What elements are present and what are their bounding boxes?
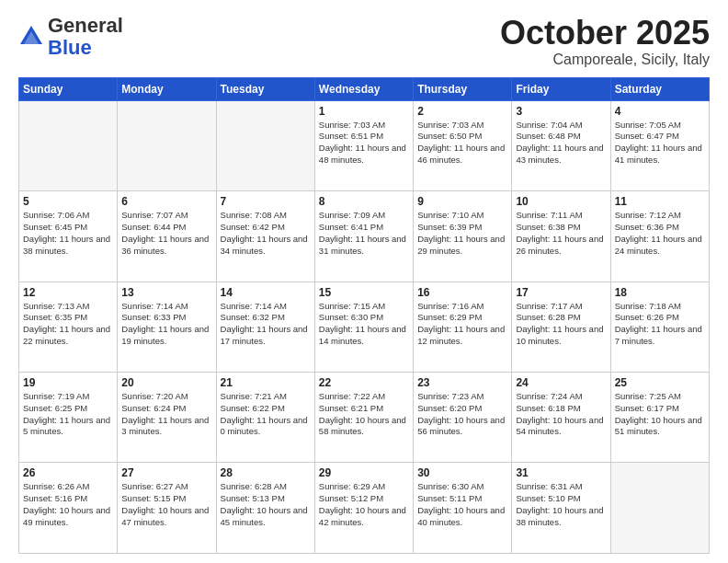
day-number: 28 bbox=[221, 466, 311, 479]
calendar-table: SundayMondayTuesdayWednesdayThursdayFrid… bbox=[18, 77, 710, 554]
day-info: Sunrise: 7:07 AM Sunset: 6:44 PM Dayligh… bbox=[121, 210, 211, 257]
day-cell: 29Sunrise: 6:29 AM Sunset: 5:12 PM Dayli… bbox=[314, 463, 413, 554]
day-info: Sunrise: 7:14 AM Sunset: 6:33 PM Dayligh… bbox=[121, 301, 211, 348]
day-number: 30 bbox=[417, 466, 507, 479]
day-info: Sunrise: 7:10 AM Sunset: 6:39 PM Dayligh… bbox=[417, 210, 507, 257]
day-number: 7 bbox=[221, 195, 311, 208]
day-number: 16 bbox=[417, 286, 507, 299]
day-info: Sunrise: 7:21 AM Sunset: 6:22 PM Dayligh… bbox=[221, 391, 311, 438]
logo-icon bbox=[18, 24, 44, 50]
day-info: Sunrise: 7:15 AM Sunset: 6:30 PM Dayligh… bbox=[319, 301, 409, 348]
day-cell: 28Sunrise: 6:28 AM Sunset: 5:13 PM Dayli… bbox=[216, 463, 314, 554]
day-cell: 31Sunrise: 6:31 AM Sunset: 5:10 PM Dayli… bbox=[512, 463, 610, 554]
day-cell: 6Sunrise: 7:07 AM Sunset: 6:44 PM Daylig… bbox=[118, 191, 216, 282]
day-number: 25 bbox=[615, 376, 705, 389]
week-row-0: 1Sunrise: 7:03 AM Sunset: 6:51 PM Daylig… bbox=[19, 100, 710, 190]
day-cell bbox=[118, 100, 216, 190]
day-number: 3 bbox=[516, 105, 606, 118]
day-cell: 30Sunrise: 6:30 AM Sunset: 5:11 PM Dayli… bbox=[414, 463, 512, 554]
weekday-header-monday: Monday bbox=[118, 77, 216, 100]
day-number: 5 bbox=[23, 195, 113, 208]
day-info: Sunrise: 7:04 AM Sunset: 6:48 PM Dayligh… bbox=[516, 120, 606, 167]
day-number: 27 bbox=[121, 466, 211, 479]
day-number: 6 bbox=[121, 195, 211, 208]
day-info: Sunrise: 7:05 AM Sunset: 6:47 PM Dayligh… bbox=[615, 120, 705, 167]
weekday-header-saturday: Saturday bbox=[610, 77, 709, 100]
logo-blue: Blue bbox=[48, 36, 92, 59]
day-cell: 17Sunrise: 7:17 AM Sunset: 6:28 PM Dayli… bbox=[512, 282, 610, 372]
day-number: 21 bbox=[221, 376, 311, 389]
day-number: 2 bbox=[417, 105, 507, 118]
day-cell: 9Sunrise: 7:10 AM Sunset: 6:39 PM Daylig… bbox=[414, 191, 512, 282]
title-block: October 2025 Camporeale, Sicily, Italy bbox=[500, 15, 710, 68]
day-info: Sunrise: 6:26 AM Sunset: 5:16 PM Dayligh… bbox=[23, 481, 113, 528]
day-cell bbox=[216, 100, 314, 190]
weekday-header-thursday: Thursday bbox=[414, 77, 512, 100]
day-info: Sunrise: 7:13 AM Sunset: 6:35 PM Dayligh… bbox=[23, 301, 113, 348]
week-row-4: 26Sunrise: 6:26 AM Sunset: 5:16 PM Dayli… bbox=[19, 463, 710, 554]
day-info: Sunrise: 7:11 AM Sunset: 6:38 PM Dayligh… bbox=[516, 210, 606, 257]
day-cell: 1Sunrise: 7:03 AM Sunset: 6:51 PM Daylig… bbox=[314, 100, 413, 190]
day-number: 15 bbox=[319, 286, 409, 299]
day-info: Sunrise: 7:03 AM Sunset: 6:51 PM Dayligh… bbox=[319, 120, 409, 167]
day-cell: 26Sunrise: 6:26 AM Sunset: 5:16 PM Dayli… bbox=[19, 463, 118, 554]
day-cell: 16Sunrise: 7:16 AM Sunset: 6:29 PM Dayli… bbox=[414, 282, 512, 372]
day-number: 11 bbox=[615, 195, 705, 208]
day-number: 24 bbox=[516, 376, 606, 389]
day-number: 20 bbox=[121, 376, 211, 389]
location: Camporeale, Sicily, Italy bbox=[500, 52, 710, 68]
day-number: 4 bbox=[615, 105, 705, 118]
logo-general: General bbox=[48, 14, 123, 37]
day-info: Sunrise: 6:29 AM Sunset: 5:12 PM Dayligh… bbox=[319, 481, 409, 528]
day-cell: 27Sunrise: 6:27 AM Sunset: 5:15 PM Dayli… bbox=[118, 463, 216, 554]
day-cell: 22Sunrise: 7:22 AM Sunset: 6:21 PM Dayli… bbox=[314, 373, 413, 463]
day-info: Sunrise: 6:28 AM Sunset: 5:13 PM Dayligh… bbox=[221, 481, 311, 528]
day-cell: 10Sunrise: 7:11 AM Sunset: 6:38 PM Dayli… bbox=[512, 191, 610, 282]
day-info: Sunrise: 7:14 AM Sunset: 6:32 PM Dayligh… bbox=[221, 301, 311, 348]
day-info: Sunrise: 7:12 AM Sunset: 6:36 PM Dayligh… bbox=[615, 210, 705, 257]
weekday-header-tuesday: Tuesday bbox=[216, 77, 314, 100]
logo-text: General Blue bbox=[48, 15, 123, 59]
day-cell: 15Sunrise: 7:15 AM Sunset: 6:30 PM Dayli… bbox=[314, 282, 413, 372]
day-info: Sunrise: 7:24 AM Sunset: 6:18 PM Dayligh… bbox=[516, 391, 606, 438]
weekday-header-wednesday: Wednesday bbox=[314, 77, 413, 100]
day-cell: 2Sunrise: 7:03 AM Sunset: 6:50 PM Daylig… bbox=[414, 100, 512, 190]
day-number: 9 bbox=[417, 195, 507, 208]
day-number: 13 bbox=[121, 286, 211, 299]
day-number: 8 bbox=[319, 195, 409, 208]
day-cell: 19Sunrise: 7:19 AM Sunset: 6:25 PM Dayli… bbox=[19, 373, 118, 463]
day-cell: 21Sunrise: 7:21 AM Sunset: 6:22 PM Dayli… bbox=[216, 373, 314, 463]
header: General Blue October 2025 Camporeale, Si… bbox=[18, 15, 710, 68]
day-info: Sunrise: 7:23 AM Sunset: 6:20 PM Dayligh… bbox=[417, 391, 507, 438]
day-info: Sunrise: 6:27 AM Sunset: 5:15 PM Dayligh… bbox=[121, 481, 211, 528]
day-number: 31 bbox=[516, 466, 606, 479]
day-cell: 7Sunrise: 7:08 AM Sunset: 6:42 PM Daylig… bbox=[216, 191, 314, 282]
day-cell: 11Sunrise: 7:12 AM Sunset: 6:36 PM Dayli… bbox=[610, 191, 709, 282]
day-info: Sunrise: 7:20 AM Sunset: 6:24 PM Dayligh… bbox=[121, 391, 211, 438]
page: General Blue October 2025 Camporeale, Si… bbox=[0, 0, 728, 563]
day-info: Sunrise: 7:06 AM Sunset: 6:45 PM Dayligh… bbox=[23, 210, 113, 257]
day-number: 18 bbox=[615, 286, 705, 299]
day-info: Sunrise: 7:22 AM Sunset: 6:21 PM Dayligh… bbox=[319, 391, 409, 438]
day-info: Sunrise: 6:30 AM Sunset: 5:11 PM Dayligh… bbox=[417, 481, 507, 528]
day-info: Sunrise: 7:16 AM Sunset: 6:29 PM Dayligh… bbox=[417, 301, 507, 348]
day-cell: 3Sunrise: 7:04 AM Sunset: 6:48 PM Daylig… bbox=[512, 100, 610, 190]
day-number: 26 bbox=[23, 466, 113, 479]
day-number: 19 bbox=[23, 376, 113, 389]
week-row-2: 12Sunrise: 7:13 AM Sunset: 6:35 PM Dayli… bbox=[19, 282, 710, 372]
month-title: October 2025 bbox=[500, 15, 710, 52]
day-number: 1 bbox=[319, 105, 409, 118]
day-number: 14 bbox=[221, 286, 311, 299]
day-cell: 18Sunrise: 7:18 AM Sunset: 6:26 PM Dayli… bbox=[610, 282, 709, 372]
weekday-header-row: SundayMondayTuesdayWednesdayThursdayFrid… bbox=[19, 77, 710, 100]
day-cell bbox=[610, 463, 709, 554]
day-info: Sunrise: 7:03 AM Sunset: 6:50 PM Dayligh… bbox=[417, 120, 507, 167]
day-cell: 5Sunrise: 7:06 AM Sunset: 6:45 PM Daylig… bbox=[19, 191, 118, 282]
week-row-3: 19Sunrise: 7:19 AM Sunset: 6:25 PM Dayli… bbox=[19, 373, 710, 463]
weekday-header-friday: Friday bbox=[512, 77, 610, 100]
day-number: 22 bbox=[319, 376, 409, 389]
day-cell bbox=[19, 100, 118, 190]
logo: General Blue bbox=[18, 15, 123, 59]
weekday-header-sunday: Sunday bbox=[19, 77, 118, 100]
day-cell: 14Sunrise: 7:14 AM Sunset: 6:32 PM Dayli… bbox=[216, 282, 314, 372]
